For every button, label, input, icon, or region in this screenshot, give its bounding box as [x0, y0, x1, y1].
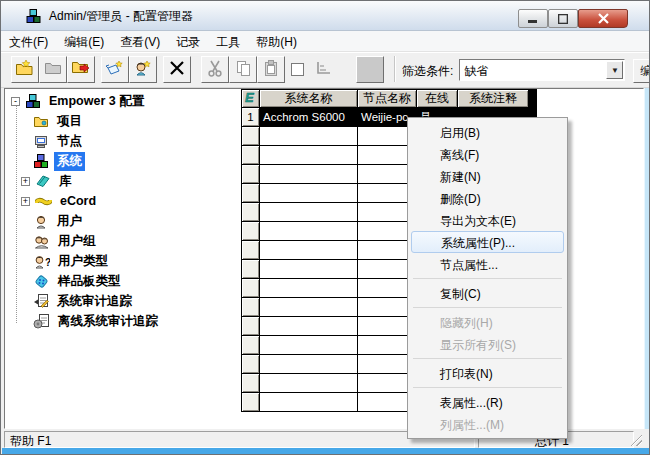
open-project-wizard-button[interactable] [11, 56, 39, 83]
row-number[interactable] [241, 355, 260, 374]
table-cell[interactable] [260, 146, 358, 165]
tree-label[interactable]: 项目 [54, 112, 85, 131]
chevron-down-icon[interactable]: ▼ [606, 61, 623, 79]
table-cell[interactable] [260, 222, 358, 241]
tree-label-selected[interactable]: 系统 [54, 152, 85, 171]
tree-item-user-types[interactable]: ? 用户类型 [5, 251, 238, 271]
tree-label[interactable]: eCord [57, 193, 99, 209]
row-number[interactable] [241, 374, 260, 393]
tree-label[interactable]: 离线系统审计追踪 [55, 312, 161, 331]
tree-label[interactable]: 用户组 [55, 232, 99, 251]
tree-label[interactable]: 样品板类型 [55, 272, 124, 291]
menu-item-print-table[interactable]: 打印表(N) [410, 362, 565, 384]
menu-item-node-properties[interactable]: 节点属性... [410, 253, 565, 275]
minimize-button[interactable] [518, 9, 548, 28]
menu-item-export-text[interactable]: 导出为文本(E) [410, 209, 565, 231]
close-button[interactable] [578, 9, 628, 28]
row-number[interactable] [241, 298, 260, 317]
tree-label[interactable]: 系统审计追踪 [54, 292, 135, 311]
table-cell[interactable] [260, 127, 358, 146]
new-user-button[interactable] [129, 56, 157, 83]
row-number[interactable] [241, 336, 260, 355]
tree-item-plate-types[interactable]: 样品板类型 [5, 271, 238, 291]
menu-item-column-properties[interactable]: 列属性...(M) [410, 413, 565, 435]
menu-item-table-properties[interactable]: 表属性...(R) [410, 391, 565, 413]
table-cell[interactable] [260, 203, 358, 222]
table-cell[interactable] [260, 317, 358, 336]
tree-item-ecord[interactable]: + eCord [5, 191, 238, 211]
menu-tools[interactable]: 工具 [208, 31, 248, 51]
row-number[interactable] [241, 146, 260, 165]
filter-combobox[interactable]: 缺省 ▼ [459, 59, 625, 81]
new-node-button[interactable] [101, 56, 129, 83]
edit-filter-button[interactable]: 编辑筛 [633, 59, 650, 83]
tree-label[interactable]: 节点 [54, 132, 85, 151]
cell-system-name[interactable]: Acchrom S6000 [260, 108, 358, 127]
table-cell[interactable] [260, 393, 358, 412]
menu-item-copy[interactable]: 复制(C) [410, 282, 565, 304]
row-number[interactable] [241, 127, 260, 146]
table-cell[interactable] [260, 241, 358, 260]
row-number[interactable] [241, 279, 260, 298]
table-cell[interactable] [260, 184, 358, 203]
tree-item-user-groups[interactable]: 用户组 [5, 231, 238, 251]
menu-file[interactable]: 文件(F) [1, 31, 56, 51]
tree-item-projects[interactable]: 项目 [5, 111, 238, 131]
menu-record[interactable]: 记录 [168, 31, 208, 51]
table-cell[interactable] [260, 279, 358, 298]
blank-button[interactable] [356, 56, 384, 83]
table-cell[interactable] [260, 260, 358, 279]
menu-item-hide-column[interactable]: 隐藏列(H) [410, 311, 565, 333]
tree-item-system-audit-trail[interactable]: 系统审计追踪 [5, 291, 238, 311]
tree-item-users[interactable]: 用户 [5, 211, 238, 231]
table-cell[interactable] [260, 355, 358, 374]
row-number[interactable] [241, 317, 260, 336]
table-cell[interactable] [260, 298, 358, 317]
column-header-system-comment[interactable]: 系统注释 [458, 89, 529, 108]
export-folder-button[interactable] [67, 56, 95, 83]
tree-item-libraries[interactable]: + 库 [5, 171, 238, 191]
row-number[interactable] [241, 241, 260, 260]
view-table-button-disabled[interactable] [310, 56, 338, 83]
menu-item-enable[interactable]: 启用(B) [410, 121, 565, 143]
menu-item-system-properties[interactable]: 系统属性(P)... [411, 231, 564, 253]
tree-label[interactable]: 库 [56, 172, 75, 191]
row-number[interactable] [241, 203, 260, 222]
menu-item-show-all-columns[interactable]: 显示所有列(S) [410, 333, 565, 355]
table-cell[interactable] [260, 374, 358, 393]
row-number[interactable] [241, 222, 260, 241]
folder-button-disabled[interactable] [39, 56, 67, 83]
menu-item-new[interactable]: 新建(N) [410, 165, 565, 187]
tree-label[interactable]: 用户 [54, 212, 85, 231]
column-header-system-name[interactable]: 系统名称 [260, 89, 358, 108]
menu-item-delete[interactable]: 删除(D) [410, 187, 565, 209]
empower-table-icon[interactable]: E [241, 89, 260, 108]
menu-item-offline[interactable]: 离线(F) [410, 143, 565, 165]
checkbox-icon[interactable] [291, 63, 304, 76]
column-header-node-name[interactable]: 节点名称 [358, 89, 417, 108]
paste-button-disabled[interactable] [257, 56, 285, 83]
cut-button-disabled[interactable] [201, 56, 229, 83]
tree-item-offline-audit-trail[interactable]: 离线系统审计追踪 [5, 311, 238, 331]
collapse-box[interactable]: - [11, 97, 20, 106]
column-header-online[interactable]: 在线 [417, 89, 458, 108]
maximize-button[interactable] [548, 9, 578, 28]
row-number[interactable] [241, 260, 260, 279]
row-number[interactable] [241, 393, 260, 412]
row-number[interactable] [241, 165, 260, 184]
delete-button[interactable] [163, 56, 191, 83]
row-number[interactable]: 1 [241, 108, 260, 127]
menu-edit[interactable]: 编辑(E) [56, 31, 112, 51]
menu-help[interactable]: 帮助(H) [248, 31, 305, 51]
copy-button-disabled[interactable] [229, 56, 257, 83]
expand-box[interactable]: + [21, 177, 30, 186]
table-cell[interactable] [260, 336, 358, 355]
tree-label[interactable]: Empower 3 配置 [46, 92, 147, 111]
tree-label[interactable]: 用户类型 [55, 252, 111, 271]
menu-view[interactable]: 查看(V) [112, 31, 168, 51]
row-number[interactable] [241, 184, 260, 203]
table-cell[interactable] [260, 165, 358, 184]
tree-root-empower[interactable]: - Empower 3 配置 [5, 91, 238, 111]
tree-item-nodes[interactable]: 节点 [5, 131, 238, 151]
tree-item-systems[interactable]: 系统 [5, 151, 238, 171]
